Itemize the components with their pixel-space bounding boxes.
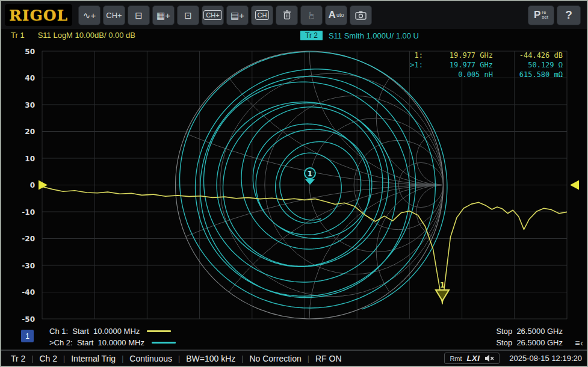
y-axis-label: 0 <box>30 181 35 190</box>
channel-rows: Ch 1: Start 10.0000 MHz >Ch 2: Start 10.… <box>49 325 176 348</box>
y-axis-label: 30 <box>25 101 35 109</box>
speaker-mute-icon[interactable] <box>484 354 494 362</box>
svg-text:1: 1 <box>308 170 312 178</box>
channel-copy-icon: CH+ <box>203 10 221 20</box>
menu-collapse-icon[interactable]: ≡‹ <box>575 338 583 348</box>
datetime: 2025-08-15 12:19:20 <box>509 354 582 363</box>
y-axis-label: 10 <box>25 155 35 163</box>
y-axis-label: -20 <box>22 235 35 243</box>
plot-area[interactable]: 1150403020100-10-20-30-40-50 <box>1 45 588 325</box>
ref-level-marker-left[interactable] <box>39 180 48 190</box>
ref-level-marker-right[interactable] <box>570 180 579 190</box>
status-right: Rmt LXI 2025-08-15 12:19:20 <box>444 353 582 364</box>
delete-button[interactable] <box>276 5 298 25</box>
status-item[interactable]: Continuous <box>129 354 172 363</box>
channel-new-button[interactable]: CH+ <box>103 5 125 25</box>
measurement-table-button[interactable]: ▦+ <box>152 5 175 25</box>
touch-icon: ☞ <box>306 11 317 19</box>
channel-file-button[interactable]: CH <box>251 5 273 25</box>
status-item[interactable]: RF ON <box>315 354 342 363</box>
y-axis-label: -10 <box>22 208 35 217</box>
remote-indicator: Rmt <box>450 355 462 362</box>
trace-headers: Tr 1S11 LogM 10.00dB/ 0.00 dB Tr 2 S11 S… <box>1 31 587 44</box>
window-layout-icon: ⊟ <box>135 11 143 20</box>
marker-row-tr2: >1: 19.977 GHz 50.129 Ω <box>400 60 563 70</box>
help-icon: ? <box>565 8 572 22</box>
trace1-header[interactable]: Tr 1S11 LogM 10.00dB/ 0.00 dB <box>11 31 135 40</box>
y-axis-labels: 50403020100-10-20-30-40-50 <box>22 48 35 324</box>
svg-text:1: 1 <box>440 281 445 289</box>
y-axis-label: 40 <box>25 74 35 82</box>
channel1-start[interactable]: Ch 1: Start 10.0000 MHz <box>49 325 176 337</box>
channel-file-icon: CH <box>255 10 270 20</box>
status-item[interactable]: BW=100 kHz <box>186 354 235 363</box>
auto-scale-button[interactable]: Auto <box>325 5 347 25</box>
vna-screen: RIGOL ∿+ CH+ ⊟ ▦+ ⊡ CH+ ▤+ CH ☞ Auto <box>0 0 588 367</box>
status-separator: | <box>241 354 243 363</box>
status-item[interactable]: Tr 2 <box>11 354 25 363</box>
status-items: Tr 2|Ch 2|Internal Trig|Continuous|BW=10… <box>11 354 342 363</box>
trace-new-button[interactable]: ∿+ <box>78 5 101 25</box>
touch-mode-button[interactable]: ☞ <box>300 5 323 25</box>
status-separator: | <box>178 354 180 363</box>
lxi-logo: LXI <box>467 354 480 363</box>
marker-row-tr2-extra: 0.005 nH 615.580 mΩ <box>400 70 563 79</box>
y-axis-label: 20 <box>25 128 35 136</box>
status-separator: | <box>63 354 65 363</box>
marker-readout: 1: 19.977 GHz -44.426 dB >1: 19.977 GHz … <box>400 51 563 79</box>
trace1-color-swatch <box>147 330 171 332</box>
preset-button[interactable]: P re set <box>528 5 554 25</box>
status-bar: Tr 2|Ch 2|Internal Trig|Continuous|BW=10… <box>1 350 587 366</box>
marker-1-logmag[interactable]: 1 <box>436 281 449 301</box>
window-number-badge: 1 <box>21 330 34 342</box>
marker-1-smith[interactable]: 1 <box>305 168 315 185</box>
toolbar: RIGOL ∿+ CH+ ⊟ ▦+ ⊡ CH+ ▤+ CH ☞ Auto <box>1 1 587 29</box>
auto-icon: A <box>329 9 336 21</box>
help-button[interactable]: ? <box>557 5 581 25</box>
status-separator: | <box>122 354 123 363</box>
trace2-active-badge: Tr 2 <box>300 31 323 40</box>
camera-icon <box>355 11 367 20</box>
channel1-stop[interactable]: Stop 26.5000 GHz <box>496 325 563 337</box>
trace2-color-swatch <box>152 342 176 344</box>
marker-row-tr1: 1: 19.977 GHz -44.426 dB <box>400 51 563 60</box>
status-item[interactable]: Ch 2 <box>40 354 58 363</box>
status-separator: | <box>308 354 309 363</box>
channel2-start[interactable]: >Ch 2: Start 10.0000 MHz <box>49 337 176 348</box>
y-axis-label: -50 <box>22 315 35 324</box>
table-icon: ▦+ <box>156 11 170 20</box>
trace-file-button[interactable]: ▤+ <box>226 5 249 25</box>
y-axis-label: -40 <box>22 288 35 297</box>
trace-file-icon: ▤+ <box>231 11 244 20</box>
channel-stops: Stop 26.5000 GHz Stop 26.5000 GHz <box>496 325 563 348</box>
channel-copy-button[interactable]: CH+ <box>202 5 224 25</box>
trace-add-icon: ∿+ <box>83 11 96 20</box>
rigol-logo: RIGOL <box>5 4 72 26</box>
trace2-header[interactable]: Tr 2 S11 Smith 1.000U/ 1.00 U <box>300 31 419 40</box>
channel-panel: 1 Ch 1: Start 10.0000 MHz >Ch 2: Start 1… <box>1 325 587 351</box>
status-separator: | <box>31 354 33 363</box>
channel-add-icon: CH+ <box>106 11 122 19</box>
y-axis-label: 50 <box>25 48 35 56</box>
status-item[interactable]: No Correction <box>249 354 301 363</box>
window-trace-button[interactable]: ⊡ <box>177 5 199 25</box>
window-layout-button[interactable]: ⊟ <box>128 5 150 25</box>
remote-lxi-box: Rmt LXI <box>444 353 500 364</box>
window-trace-icon: ⊡ <box>184 11 192 20</box>
trash-icon <box>283 10 291 20</box>
status-item[interactable]: Internal Trig <box>71 354 116 363</box>
toolbar-right: P re set ? <box>528 5 583 25</box>
channel2-stop[interactable]: Stop 26.5000 GHz <box>496 337 563 348</box>
y-axis-label: -30 <box>22 262 35 270</box>
screenshot-button[interactable] <box>350 5 372 25</box>
